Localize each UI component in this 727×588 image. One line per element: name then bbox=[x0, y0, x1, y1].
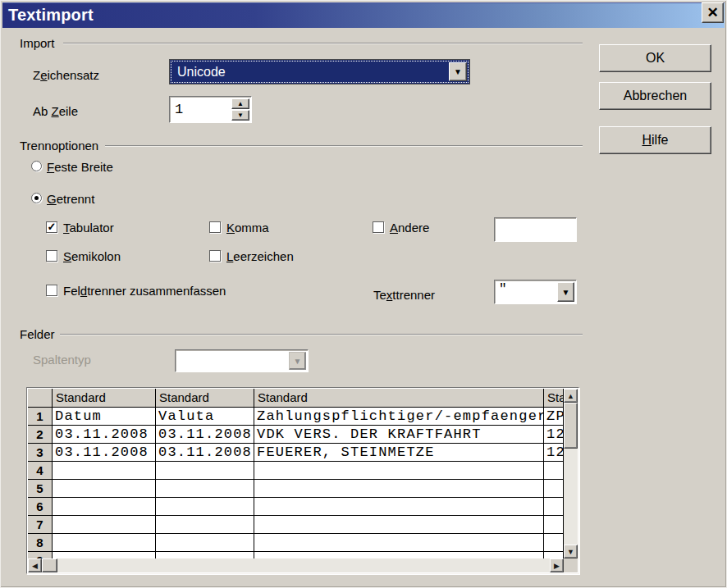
spin-down-button[interactable]: ▼ bbox=[231, 110, 249, 121]
scroll-left-button[interactable]: ◀ bbox=[28, 558, 42, 572]
column-header[interactable]: Standard bbox=[254, 389, 544, 408]
scroll-up-button[interactable]: ▲ bbox=[564, 389, 578, 403]
preview-cell[interactable]: 03.11.2008 bbox=[53, 426, 156, 444]
preview-cell[interactable]: VDK VERS. DER KRAFTFAHRT bbox=[254, 426, 544, 444]
semicolon-label[interactable]: Semikolon bbox=[63, 249, 121, 263]
preview-cell[interactable] bbox=[156, 480, 254, 498]
separator-group-line bbox=[105, 145, 583, 147]
close-icon: ✕ bbox=[706, 4, 718, 21]
merge-delimiters-checkbox[interactable] bbox=[46, 285, 57, 296]
preview-cell[interactable] bbox=[544, 552, 564, 558]
preview-cell[interactable] bbox=[53, 516, 156, 534]
fixed-width-radio[interactable] bbox=[31, 161, 42, 171]
comma-label[interactable]: Komma bbox=[226, 221, 269, 235]
fields-group-line bbox=[60, 334, 583, 335]
preview-cell[interactable]: FEUERER, STEINMETZE bbox=[254, 444, 544, 462]
chevron-down-icon: ▼ bbox=[294, 357, 302, 366]
preview-cell[interactable]: 03.11.2008 bbox=[156, 426, 254, 444]
row-number: 1 bbox=[28, 408, 53, 426]
preview-cell[interactable] bbox=[53, 534, 156, 552]
other-separator-input[interactable] bbox=[494, 217, 577, 242]
column-header[interactable]: Standard bbox=[53, 389, 156, 408]
arrow-right-icon: ▶ bbox=[554, 562, 560, 570]
preview-cell[interactable] bbox=[254, 498, 544, 516]
tab-checkbox[interactable]: ✓ bbox=[46, 221, 57, 233]
preview-cell[interactable] bbox=[544, 480, 564, 498]
tab-label[interactable]: Tabulator bbox=[63, 221, 114, 235]
fixed-width-label[interactable]: Feste Breite bbox=[47, 160, 113, 174]
preview-cell[interactable]: Zahlungspflichtiger/-empfaenger bbox=[254, 408, 544, 426]
ok-button[interactable]: OK bbox=[599, 44, 711, 72]
title-bar[interactable]: Textimport bbox=[2, 2, 725, 28]
preview-cell[interactable] bbox=[544, 498, 564, 516]
vertical-scrollbar[interactable]: ▲ ▼ bbox=[564, 389, 578, 558]
column-header[interactable]: Standard bbox=[544, 389, 564, 408]
preview-cell[interactable] bbox=[254, 552, 544, 558]
row-number: 3 bbox=[28, 444, 53, 462]
preview-cell[interactable]: Datum bbox=[53, 408, 156, 426]
preview-cell[interactable] bbox=[53, 552, 156, 558]
preview-cell[interactable]: 12 bbox=[544, 426, 564, 444]
other-checkbox[interactable] bbox=[373, 221, 384, 233]
space-checkbox[interactable] bbox=[209, 250, 221, 262]
fields-group-title: Felder bbox=[20, 327, 55, 341]
preview-cell[interactable] bbox=[544, 516, 564, 534]
preview-cell[interactable] bbox=[544, 534, 564, 552]
comma-checkbox[interactable] bbox=[209, 221, 221, 233]
text-delimiter-dropdown-button[interactable]: ▼ bbox=[557, 282, 574, 302]
vertical-scroll-thumb[interactable] bbox=[564, 403, 578, 449]
preview-cell[interactable] bbox=[254, 516, 544, 534]
preview-cell[interactable] bbox=[254, 480, 544, 498]
preview-cell[interactable] bbox=[544, 462, 564, 480]
table-row: 6 bbox=[28, 498, 564, 516]
from-row-label: Ab Zeile bbox=[33, 104, 78, 118]
arrow-left-icon: ◀ bbox=[32, 562, 38, 570]
preview-cell[interactable] bbox=[156, 498, 254, 516]
preview-cell[interactable] bbox=[156, 462, 254, 480]
horizontal-scrollbar[interactable]: ◀ ▶ bbox=[28, 558, 564, 572]
cancel-button[interactable]: Abbrechen bbox=[599, 82, 711, 110]
textimport-dialog: Textimport ✕ OK Abbrechen Hilfe Import Z… bbox=[0, 0, 727, 588]
from-row-spinner[interactable]: 1 ▲ ▼ bbox=[169, 96, 252, 123]
preview-cell[interactable] bbox=[53, 498, 156, 516]
merge-delimiters-label[interactable]: Feldtrenner zusammenfassen bbox=[63, 284, 226, 298]
preview-cell[interactable] bbox=[156, 534, 254, 552]
charset-dropdown-button[interactable]: ▼ bbox=[449, 62, 467, 81]
row-number: 8 bbox=[28, 534, 53, 552]
chevron-down-icon: ▼ bbox=[562, 288, 570, 297]
close-button[interactable]: ✕ bbox=[702, 2, 724, 23]
other-label[interactable]: Andere bbox=[390, 221, 429, 235]
preview-cell[interactable]: ZP bbox=[544, 408, 564, 426]
preview-cell[interactable] bbox=[53, 480, 156, 498]
preview-cell[interactable] bbox=[53, 462, 156, 480]
preview-table-body: 1DatumValutaZahlungspflichtiger/-empfaen… bbox=[28, 408, 564, 558]
table-row: 9 bbox=[28, 552, 564, 558]
preview-cell[interactable] bbox=[254, 462, 544, 480]
scrollbar-corner bbox=[564, 558, 578, 572]
preview-cell[interactable]: 03.11.2008 bbox=[53, 444, 156, 462]
preview-cell[interactable] bbox=[156, 516, 254, 534]
preview-cell[interactable]: 12 bbox=[544, 444, 564, 462]
preview-cell[interactable]: Valuta bbox=[156, 408, 254, 426]
dialog-title: Textimport bbox=[8, 6, 94, 25]
column-header[interactable]: Standard bbox=[156, 389, 254, 408]
horizontal-scroll-thumb[interactable] bbox=[42, 558, 57, 572]
row-number: 7 bbox=[28, 516, 53, 534]
preview-cell[interactable] bbox=[254, 534, 544, 552]
table-row: 7 bbox=[28, 516, 564, 534]
text-delimiter-combobox[interactable]: " ▼ bbox=[494, 280, 577, 304]
spin-up-button[interactable]: ▲ bbox=[231, 98, 249, 109]
text-delimiter-value: " bbox=[499, 282, 507, 297]
help-button[interactable]: Hilfe bbox=[599, 126, 711, 154]
ok-button-label: OK bbox=[646, 51, 665, 66]
scroll-right-button[interactable]: ▶ bbox=[550, 558, 564, 572]
space-label[interactable]: Leerzeichen bbox=[226, 249, 294, 263]
semicolon-checkbox[interactable] bbox=[46, 250, 57, 262]
preview-cell[interactable] bbox=[156, 552, 254, 558]
cancel-button-label: Abbrechen bbox=[624, 89, 687, 103]
preview-cell[interactable]: 03.11.2008 bbox=[156, 444, 254, 462]
scroll-down-button[interactable]: ▼ bbox=[564, 545, 578, 558]
separated-label[interactable]: Getrennt bbox=[47, 192, 94, 206]
charset-combobox[interactable]: Unicode ▼ bbox=[169, 59, 470, 84]
separated-radio[interactable] bbox=[31, 193, 42, 203]
